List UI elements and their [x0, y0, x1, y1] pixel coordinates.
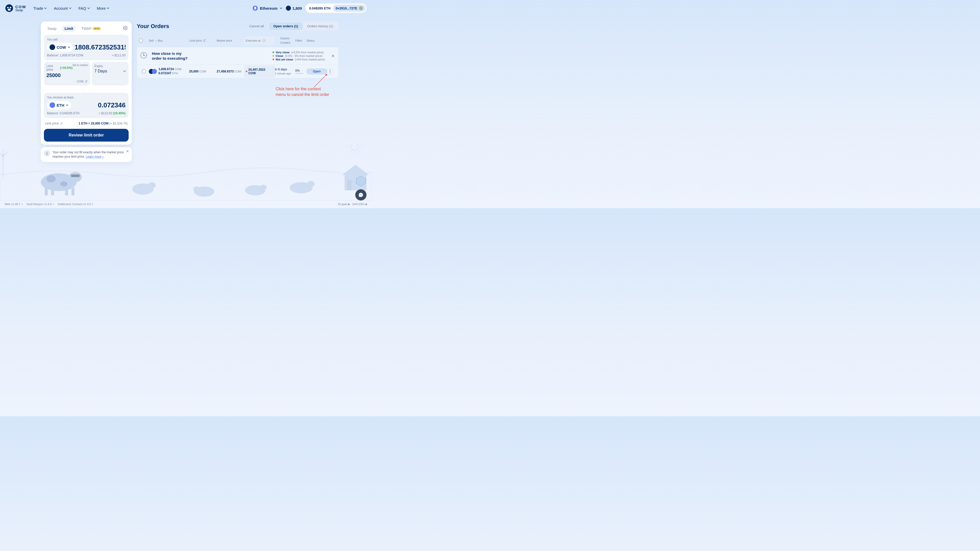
tab-open-orders[interactable]: Open orders (1) — [269, 22, 303, 30]
info-icon: i — [44, 150, 50, 156]
new-badge: NEW! — [92, 27, 101, 30]
svg-point-12 — [193, 186, 200, 192]
th-filled: Filled — [295, 39, 307, 42]
svg-point-36 — [10, 7, 11, 8]
th-executes[interactable]: Executes at ? — [244, 37, 275, 44]
svg-point-34 — [5, 4, 13, 12]
status-badge[interactable]: Open — [307, 68, 327, 75]
svg-point-35 — [7, 7, 9, 8]
settings-button[interactable] — [123, 26, 127, 32]
svg-point-37 — [8, 9, 11, 11]
svg-point-13 — [245, 185, 266, 195]
market-price-cell: 27,458.9373 COW — [217, 70, 244, 73]
set-to-market-button[interactable]: Set to market — [73, 64, 88, 67]
close-info-button[interactable]: ✕ — [126, 149, 129, 153]
footer-web-version[interactable]: Web v1.48.7↗ — [5, 203, 23, 206]
swap-icon — [85, 80, 88, 83]
sell-label: You sell — [47, 38, 126, 41]
limit-currency-toggle[interactable]: COW — [77, 80, 88, 83]
sell-token-selector[interactable]: COW — [47, 43, 73, 52]
chevron-down-icon — [87, 7, 90, 10]
svg-point-38 — [125, 27, 126, 29]
tab-limit[interactable]: Limit — [62, 25, 76, 32]
cow-icon — [286, 6, 291, 11]
select-all-checkbox[interactable] — [139, 39, 143, 42]
svg-point-44 — [361, 195, 361, 195]
chevron-down-icon — [66, 104, 68, 106]
cancel-all-button[interactable]: Cancel all — [249, 24, 264, 28]
ethereum-icon — [253, 6, 258, 11]
swap-icon[interactable] — [60, 122, 63, 125]
svg-point-45 — [361, 195, 362, 195]
review-limit-order-button[interactable]: Review limit order — [44, 129, 129, 141]
chevron-down-icon — [123, 70, 126, 73]
tab-orders-history[interactable]: Orders history (1) — [303, 22, 338, 30]
th-expires: Expires — [280, 37, 290, 40]
receive-token-selector[interactable]: ETH — [47, 101, 71, 110]
nav-more[interactable]: More — [97, 6, 109, 11]
footer-vault-version[interactable]: Vault Relayer v1.4.0↗ — [27, 203, 54, 206]
svg-point-11 — [194, 186, 215, 197]
expiry-label: Expiry — [94, 64, 126, 68]
nav-faq[interactable]: FAQ — [79, 6, 90, 11]
receive-pct: (10.45%) — [113, 111, 126, 115]
chevron-down-icon — [68, 46, 70, 48]
expiry-selector[interactable]: 7 Days — [94, 69, 107, 73]
svg-marker-42 — [356, 176, 366, 186]
swap-icon — [203, 39, 206, 42]
executes-at-cell: 24,497.3522 COW — [244, 65, 275, 78]
limit-summary-label: Limit price — [45, 122, 63, 125]
network-selector[interactable]: Ethereum — [253, 6, 282, 11]
expiry-cell: in 6 days1 minute ago — [275, 68, 295, 75]
th-market: Market price — [217, 39, 244, 42]
nav-account[interactable]: Account — [54, 6, 71, 11]
svg-point-8 — [60, 181, 67, 186]
svg-point-7 — [46, 175, 56, 183]
tab-twap[interactable]: TWAPNEW! — [79, 25, 103, 32]
chevron-down-icon — [107, 7, 109, 10]
cow-balance[interactable]: 1,809 — [286, 6, 302, 11]
eth-icon — [49, 102, 55, 108]
gas-price[interactable]: 10 gwei — [338, 203, 350, 206]
limit-price-label: Limit price — [46, 64, 59, 71]
limit-price-input[interactable]: 25000 — [46, 73, 88, 78]
svg-marker-32 — [342, 165, 369, 175]
svg-rect-1 — [45, 188, 48, 195]
svg-rect-33 — [347, 180, 352, 190]
order-row: 1,808.6724 COW 0.072347 ETH 25,000 COW 2… — [137, 65, 338, 78]
sell-usd: ≈ $111.03 — [112, 54, 126, 57]
nav-trade[interactable]: Trade — [33, 6, 47, 11]
swap-direction-button[interactable] — [83, 87, 89, 93]
tab-swap[interactable]: Swap — [45, 25, 59, 32]
sell-balance[interactable]: Balance: 1,808.6724 COW — [47, 54, 83, 57]
wallet-button[interactable]: 0.049285 ETH 0×2910...727E — [305, 3, 366, 13]
chevron-down-icon — [280, 7, 282, 10]
close-legend-button[interactable]: ✕ — [331, 54, 334, 59]
wallet-avatar-icon — [359, 6, 363, 10]
swap-panel: Swap Limit TWAPNEW! You sell COW 1808.67… — [41, 21, 132, 144]
block-number[interactable]: 18411061 — [352, 203, 367, 206]
svg-point-43 — [360, 195, 360, 195]
limit-summary-value: 1 ETH = 25,000 COW (≈ $1,534.75) — [79, 122, 127, 125]
token-pair-icon — [149, 69, 157, 74]
order-checkbox[interactable] — [142, 70, 146, 73]
learn-more-link[interactable]: Learn more↗ — [86, 155, 104, 159]
th-status: Status — [307, 39, 327, 42]
order-context-menu-button[interactable] — [327, 68, 333, 75]
footer-settlement-version[interactable]: Settlement Contract v1.4.0↗ — [58, 203, 94, 206]
sell-amount-input[interactable]: 1808.67235253152... — [75, 43, 126, 51]
receive-balance: Balance: 0.049285 ETH — [47, 111, 80, 115]
svg-rect-6 — [71, 175, 80, 177]
th-limit[interactable]: Limit price — [189, 39, 217, 42]
orders-title: Your Orders — [137, 23, 169, 30]
svg-rect-3 — [65, 188, 68, 195]
filled-cell: 0% — [295, 69, 307, 74]
receive-label: You receive at least — [47, 96, 126, 99]
help-icon: ? — [262, 39, 266, 42]
svg-point-10 — [148, 182, 156, 188]
logo[interactable]: COWSwap — [5, 4, 26, 12]
fortune-cookie-button[interactable] — [355, 176, 366, 187]
receive-amount: 0.072346 — [98, 101, 126, 109]
chat-button[interactable] — [355, 189, 366, 200]
th-sellbuy: Sell → Buy — [149, 39, 189, 42]
